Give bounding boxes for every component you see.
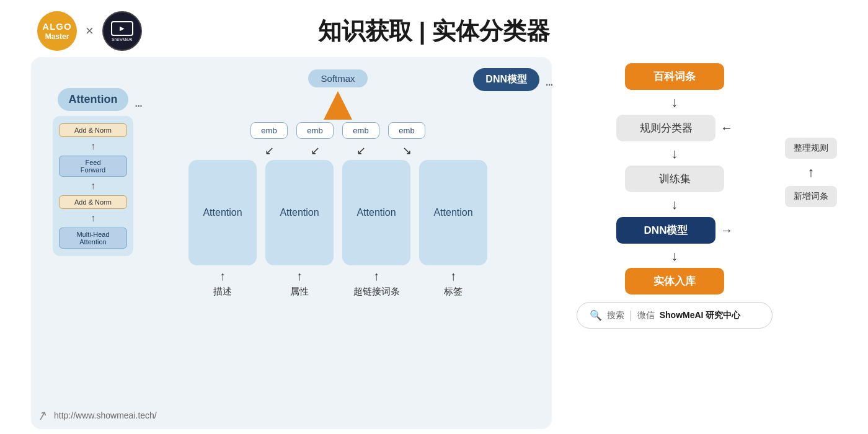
left-arrow-guize: ← xyxy=(720,121,733,135)
input-labels: 描述 属性 超链接词条 标签 xyxy=(188,286,487,298)
showmeai-text: ShowMeAI xyxy=(112,37,133,42)
side-up-arrow: ↑ xyxy=(808,159,815,186)
input-label-1: 描述 xyxy=(188,286,257,298)
tb-arrow-1: ↑ xyxy=(91,141,95,152)
attention-col-4: Attention xyxy=(419,160,487,265)
flow-arrow-1: ↓ xyxy=(671,90,678,115)
emb-box-2: emb xyxy=(296,122,334,139)
main-content: DNN模型 Attention Add & Norm ↑ FeedForward… xyxy=(0,57,868,429)
flow-arrow-4: ↓ xyxy=(671,244,678,268)
attention-col-3: Attention xyxy=(342,160,410,265)
search-icon: 🔍 xyxy=(590,309,602,321)
add-norm-bottom: Add & Norm xyxy=(59,195,127,209)
transformer-block: Add & Norm ↑ FeedForward ↑ Add & Norm ↑ … xyxy=(53,116,133,256)
emb-box-4: emb xyxy=(388,122,425,139)
dnn-model-cloud: DNN模型 xyxy=(473,68,539,91)
input-label-4: 标签 xyxy=(419,286,487,298)
search-wechat: 微信 xyxy=(637,310,655,321)
input-arrow-1: ↑ xyxy=(188,269,257,283)
right-arrow-dnn: → xyxy=(720,223,733,237)
emb-arrow-2: ↙ xyxy=(296,144,334,157)
showmeai-logo: ShowMeAI xyxy=(102,11,142,51)
emb-row: emb emb emb emb xyxy=(250,122,425,139)
input-arrows: ↑ ↑ ↑ ↑ xyxy=(188,269,487,283)
attention-cols-row: Attention Attention Attention Attention xyxy=(188,160,487,265)
algo-master-logo: ALGO Master xyxy=(37,11,77,51)
search-bar[interactable]: 🔍 搜索 | 微信 ShowMeAI 研究中心 xyxy=(577,302,773,329)
tb-arrow-2: ↑ xyxy=(91,180,95,192)
page-title: 知识获取 | 实体分类器 xyxy=(318,16,550,47)
add-norm-top: Add & Norm xyxy=(59,123,127,137)
side-node-xinzeng: 新增词条 xyxy=(785,186,837,207)
main-flow-column: 百科词条 ↓ 规则分类器 ← ↓ 训练集 ↓ DNN模型 → xyxy=(577,63,773,423)
flow-arrow-3: ↓ xyxy=(671,192,678,217)
right-panel: 百科词条 ↓ 规则分类器 ← ↓ 训练集 ↓ DNN模型 → xyxy=(577,57,837,429)
search-brand: ShowMeAI 研究中心 xyxy=(660,310,741,321)
side-flow-column: 整理规则 ↑ 新增词条 xyxy=(785,63,837,423)
flow-node-baike: 百科词条 xyxy=(625,63,724,90)
guize-row: 规则分类器 ← xyxy=(616,115,733,141)
nn-diagram: Attention Add & Norm ↑ FeedForward ↑ Add… xyxy=(50,69,533,417)
cursor-icon: ↗ xyxy=(35,407,50,424)
emb-box-1: emb xyxy=(250,122,288,139)
attention-transformer-block: Attention Add & Norm ↑ FeedForward ↑ Add… xyxy=(50,88,136,256)
big-arrow-container xyxy=(322,90,353,121)
showmeai-icon xyxy=(111,21,133,36)
search-placeholder: 搜索 xyxy=(607,310,624,321)
search-divider: | xyxy=(629,309,632,322)
tb-arrow-3: ↑ xyxy=(91,213,95,224)
flow-layout: 百科词条 ↓ 规则分类器 ← ↓ 训练集 ↓ DNN模型 → xyxy=(577,63,837,423)
left-panel: DNN模型 Attention Add & Norm ↑ FeedForward… xyxy=(31,57,552,429)
flow-node-guize: 规则分类器 xyxy=(616,115,715,141)
input-label-2: 属性 xyxy=(265,286,334,298)
footer: ↗ http://www.showmeai.tech/ xyxy=(37,408,157,423)
svg-marker-0 xyxy=(324,91,352,120)
dnn-row: DNN模型 → xyxy=(616,217,733,244)
attention-col-2: Attention xyxy=(265,160,334,265)
footer-url: http://www.showmeai.tech/ xyxy=(54,410,157,420)
emb-arrow-4: ↘ xyxy=(388,144,425,157)
logo-area: ALGO Master × ShowMeAI xyxy=(37,11,142,51)
input-arrow-4: ↑ xyxy=(419,269,487,283)
emb-arrow-1: ↙ xyxy=(250,144,288,157)
attention-cloud-label: Attention xyxy=(58,88,129,111)
header: ALGO Master × ShowMeAI 知识获取 | 实体分类器 xyxy=(0,0,868,57)
input-arrow-3: ↑ xyxy=(342,269,410,283)
softmax-cloud: Softmax xyxy=(308,69,367,87)
attention-columns: Softmax emb emb emb emb xyxy=(143,69,533,298)
emb-to-attention-arrows: ↙ ↙ ↙ ↘ xyxy=(250,144,425,157)
flow-arrow-2: ↓ xyxy=(671,141,678,166)
input-arrow-2: ↑ xyxy=(265,269,334,283)
flow-node-shiti: 实体入库 xyxy=(625,268,724,294)
multi-head-attention: Multi-HeadAttention xyxy=(59,228,127,249)
flow-node-xunlian: 训练集 xyxy=(625,166,724,192)
flow-node-dnn: DNN模型 xyxy=(616,217,715,244)
x-separator: × xyxy=(86,23,94,39)
feed-forward: FeedForward xyxy=(59,156,127,177)
side-node-zhengli: 整理规则 xyxy=(785,138,837,159)
emb-arrow-3: ↙ xyxy=(342,144,379,157)
attention-col-1: Attention xyxy=(188,160,257,265)
input-label-3: 超链接词条 xyxy=(342,286,410,298)
emb-box-3: emb xyxy=(342,122,379,139)
